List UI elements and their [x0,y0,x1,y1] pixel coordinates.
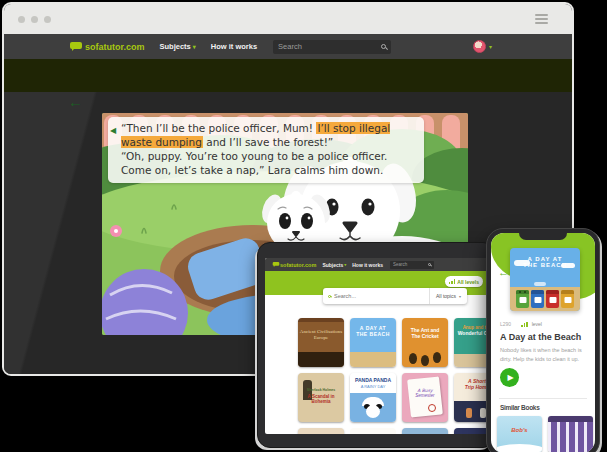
similar-books-heading: Similar Books [500,404,539,411]
play-icon: ▶ [507,373,513,382]
logo-text[interactable]: sofatutor.com [280,262,316,268]
book-grid: Ancient CivilisationsEurope A DAY ATTHE … [298,318,488,434]
book-cover-a-day-at-the-beach[interactable]: A DAY ATTHE BEACH [350,318,396,367]
topics-dropdown[interactable]: All topics ▾ [429,288,467,304]
chevron-down-icon: ▾ [193,44,196,50]
nav-item-subjects[interactable]: Subjects▾ [322,262,346,268]
all-levels-button[interactable]: All levels [445,276,483,287]
story-text: and I’ll save the forest!” [203,136,333,148]
library-search-input[interactable] [334,293,424,299]
avatar[interactable] [473,40,486,53]
user-menu[interactable]: ▾ [473,40,492,53]
back-arrow-icon[interactable]: ← [498,266,509,278]
all-levels-label: All levels [457,279,479,285]
navbar-search[interactable] [273,40,391,54]
page-canvas: sofatutor.com Subjects ▾ How it works ▾ … [0,0,607,452]
topics-label: All topics [436,293,456,299]
book-cover-ant-and-cricket[interactable]: The Ant andThe Cricket [402,318,448,367]
level-icon [521,322,528,327]
similar-book-bobs[interactable]: Bob's [497,416,542,452]
book-title: Bob's [511,427,527,433]
chevron-down-icon: ▾ [489,44,492,50]
logo-text: sofatutor.com [85,42,145,52]
nav-subjects-label: Subjects [160,42,191,51]
book-title: Semester [402,393,448,398]
search-icon [428,263,431,266]
book-title: Wonderful Oven [454,330,488,336]
tablet-screen: sofatutor.com Subjects▾ How it works All… [265,258,488,434]
book-description: Nobody likes it when the beach is dirty.… [500,346,590,363]
green-bin-icon [516,290,529,308]
blue-bin-icon [531,290,544,308]
book-meta: L290 level [500,321,542,327]
nav-item-subjects[interactable]: Subjects ▾ [160,42,196,51]
browser-titlebar [4,4,572,34]
book-cover-ancient-civilisations[interactable]: Ancient CivilisationsEurope [298,318,344,367]
play-button[interactable]: ▶ [500,368,519,387]
book-cover-short-trip-home[interactable]: A ShortTrip Home [454,373,488,422]
book-cover-scandal-in-bohemia[interactable]: Sherlock HolmesA Scandal in Bohemia [298,373,344,422]
story-line-2: “Oh, puppy. You’re too young to be a pol… [121,150,417,178]
window-controls[interactable] [18,16,51,23]
book-title: The Cricket [402,333,448,339]
book-title: A Day at the Beach [500,332,581,342]
phone-notch [519,233,567,240]
recycling-bins-art [510,290,580,308]
book-title: Trip Home [454,384,488,390]
level-code: L290 [500,321,511,327]
site-navbar: sofatutor.com Subjects ▾ How it works ▾ [4,34,572,59]
book-title: A Scandal in Bohemia [298,394,344,404]
story-text: “Then I’ll be the police officer, Mum! [121,122,316,134]
book-title: THE BEACH [350,331,396,337]
book-title: Ancient Civilisations [298,329,344,334]
book-cover-partial[interactable] [350,428,396,434]
nav-how-label: How it works [211,42,257,51]
search-field[interactable] [323,293,429,299]
similar-books-row: Bob's [497,416,593,452]
phone-screen: ← A DAY AT THE BEACH [491,233,595,452]
chevron-down-icon: ▾ [344,262,346,267]
search-input[interactable] [278,42,381,51]
cloud-art [534,282,546,286]
tablet-navbar: sofatutor.com Subjects▾ How it works [265,258,488,271]
level-icon [449,279,456,284]
nav-item-how-it-works[interactable]: How it works [352,262,383,268]
book-title: A RAINY DAY [350,384,396,389]
yellow-bin-icon [561,290,574,308]
book-cover-partial[interactable] [402,428,448,434]
cover-title: A DAY AT THE BEACH [510,256,580,268]
book-cover-partial[interactable] [298,428,344,434]
search-input[interactable] [393,262,428,267]
book-title: PANDA PANDA [350,377,396,383]
logo-bubble-icon [70,42,82,51]
similar-book-birch-trees[interactable] [548,416,593,452]
level-label: level [532,321,542,327]
red-bin-icon [546,290,559,308]
chevron-down-icon: ▾ [459,294,461,299]
divider [499,398,587,399]
story-text-box: ◀ “Then I’ll be the police officer, Mum!… [108,117,424,183]
back-arrow-icon[interactable]: ← [68,93,83,110]
book-cover-anup-wonderful-oven[interactable]: Anup and theWonderful Oven [454,318,488,367]
book-cover-partial[interactable] [454,428,488,434]
book-cover-panda-panda[interactable]: PANDA PANDAA RAINY DAY [350,373,396,422]
hamburger-menu-icon[interactable] [535,14,548,24]
book-title: Europe [298,335,344,340]
library-search-bar: All topics ▾ [323,288,467,304]
nav-item-how-it-works[interactable]: How it works [211,42,257,51]
sofatutor-logo[interactable]: sofatutor.com [70,42,145,52]
story-line-1: “Then I’ll be the police officer, Mum! I… [121,122,417,150]
tablet-device: sofatutor.com Subjects▾ How it works All… [257,242,496,448]
phone-device: ← A DAY AT THE BEACH [486,228,600,452]
search-icon [381,44,386,49]
book-title: Sherlock Holmes [298,388,344,392]
nav-subjects-label: Subjects [322,262,343,268]
nav-how-label: How it works [352,262,383,268]
book-cover-busy-semester[interactable]: A BusySemester [402,373,448,422]
search-icon [328,295,331,298]
navbar-search[interactable] [390,261,434,269]
page-header-band [4,59,572,92]
logo-bubble-icon [273,262,280,267]
audio-marker-icon: ◀ [110,126,116,137]
cover-title-line: THE BEACH [510,262,580,268]
